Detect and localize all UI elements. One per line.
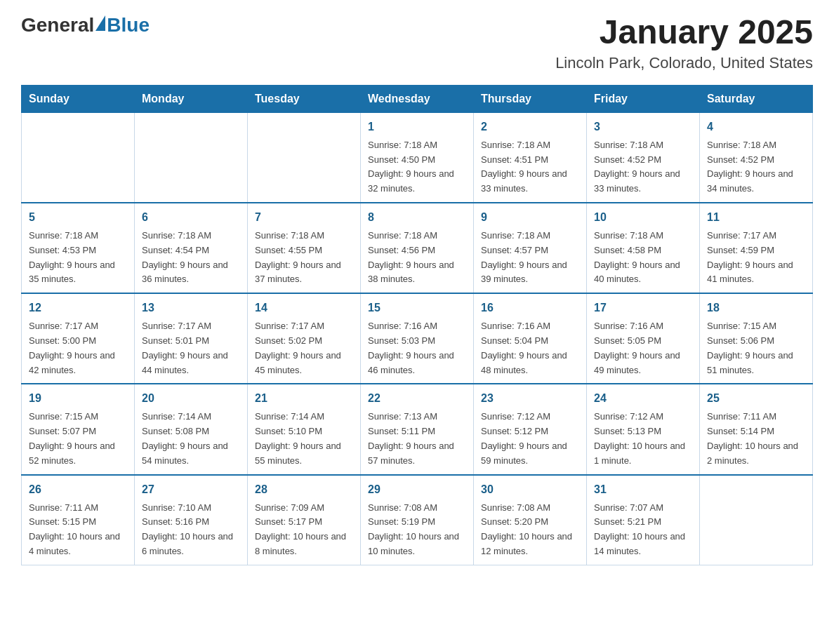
calendar-cell: 30Sunrise: 7:08 AMSunset: 5:20 PMDayligh… — [474, 475, 587, 565]
day-info: Sunrise: 7:11 AMSunset: 5:14 PMDaylight:… — [707, 410, 805, 468]
calendar-cell: 21Sunrise: 7:14 AMSunset: 5:10 PMDayligh… — [248, 384, 361, 474]
day-info: Sunrise: 7:18 AMSunset: 4:51 PMDaylight:… — [481, 138, 579, 196]
calendar-cell: 20Sunrise: 7:14 AMSunset: 5:08 PMDayligh… — [135, 384, 248, 474]
day-info: Sunrise: 7:16 AMSunset: 5:04 PMDaylight:… — [481, 319, 579, 377]
calendar-cell — [248, 112, 361, 203]
day-number: 26 — [29, 481, 127, 498]
calendar-cell: 24Sunrise: 7:12 AMSunset: 5:13 PMDayligh… — [587, 384, 700, 474]
page-subtitle: Lincoln Park, Colorado, United States — [555, 54, 813, 72]
calendar-cell: 14Sunrise: 7:17 AMSunset: 5:02 PMDayligh… — [248, 293, 361, 384]
logo-blue-text: Blue — [107, 14, 150, 36]
day-info: Sunrise: 7:17 AMSunset: 5:02 PMDaylight:… — [255, 319, 353, 377]
calendar-cell: 18Sunrise: 7:15 AMSunset: 5:06 PMDayligh… — [700, 293, 813, 384]
day-number: 29 — [368, 481, 466, 498]
day-info: Sunrise: 7:18 AMSunset: 4:55 PMDaylight:… — [255, 229, 353, 287]
day-number: 15 — [368, 300, 466, 316]
page-title: January 2025 — [555, 14, 813, 51]
day-number: 18 — [707, 300, 805, 316]
calendar-cell: 3Sunrise: 7:18 AMSunset: 4:52 PMDaylight… — [587, 112, 700, 203]
day-info: Sunrise: 7:07 AMSunset: 5:21 PMDaylight:… — [594, 501, 692, 559]
calendar-cell: 4Sunrise: 7:18 AMSunset: 4:52 PMDaylight… — [700, 112, 813, 203]
calendar-cell: 12Sunrise: 7:17 AMSunset: 5:00 PMDayligh… — [22, 293, 135, 384]
day-number: 4 — [707, 119, 805, 135]
day-info: Sunrise: 7:18 AMSunset: 4:53 PMDaylight:… — [29, 229, 127, 287]
day-number: 17 — [594, 300, 692, 316]
calendar-cell: 2Sunrise: 7:18 AMSunset: 4:51 PMDaylight… — [474, 112, 587, 203]
calendar-cell: 25Sunrise: 7:11 AMSunset: 5:14 PMDayligh… — [700, 384, 813, 474]
calendar-cell: 9Sunrise: 7:18 AMSunset: 4:57 PMDaylight… — [474, 203, 587, 293]
day-info: Sunrise: 7:12 AMSunset: 5:12 PMDaylight:… — [481, 410, 579, 468]
calendar-cell: 5Sunrise: 7:18 AMSunset: 4:53 PMDaylight… — [22, 203, 135, 293]
day-info: Sunrise: 7:16 AMSunset: 5:03 PMDaylight:… — [368, 319, 466, 377]
day-info: Sunrise: 7:18 AMSunset: 4:58 PMDaylight:… — [594, 229, 692, 287]
calendar-cell — [22, 112, 135, 203]
calendar-week-5: 26Sunrise: 7:11 AMSunset: 5:15 PMDayligh… — [22, 475, 813, 565]
day-number: 10 — [594, 209, 692, 226]
calendar-cell: 13Sunrise: 7:17 AMSunset: 5:01 PMDayligh… — [135, 293, 248, 384]
calendar-cell: 11Sunrise: 7:17 AMSunset: 4:59 PMDayligh… — [700, 203, 813, 293]
calendar-header-friday: Friday — [587, 85, 700, 112]
day-info: Sunrise: 7:18 AMSunset: 4:52 PMDaylight:… — [707, 138, 805, 196]
calendar-cell: 8Sunrise: 7:18 AMSunset: 4:56 PMDaylight… — [361, 203, 474, 293]
calendar-header-thursday: Thursday — [474, 85, 587, 112]
calendar-cell: 28Sunrise: 7:09 AMSunset: 5:17 PMDayligh… — [248, 475, 361, 565]
calendar-cell: 15Sunrise: 7:16 AMSunset: 5:03 PMDayligh… — [361, 293, 474, 384]
title-block: January 2025 Lincoln Park, Colorado, Uni… — [555, 14, 813, 72]
day-info: Sunrise: 7:18 AMSunset: 4:56 PMDaylight:… — [368, 229, 466, 287]
calendar-cell: 19Sunrise: 7:15 AMSunset: 5:07 PMDayligh… — [22, 384, 135, 474]
calendar-cell: 10Sunrise: 7:18 AMSunset: 4:58 PMDayligh… — [587, 203, 700, 293]
day-info: Sunrise: 7:08 AMSunset: 5:20 PMDaylight:… — [481, 501, 579, 559]
calendar-cell: 7Sunrise: 7:18 AMSunset: 4:55 PMDaylight… — [248, 203, 361, 293]
logo: General Blue — [21, 14, 150, 36]
day-number: 6 — [142, 209, 240, 226]
day-number: 7 — [255, 209, 353, 226]
day-number: 19 — [29, 390, 127, 407]
day-number: 23 — [481, 390, 579, 407]
day-number: 1 — [368, 119, 466, 135]
day-info: Sunrise: 7:12 AMSunset: 5:13 PMDaylight:… — [594, 410, 692, 468]
day-number: 20 — [142, 390, 240, 407]
day-info: Sunrise: 7:09 AMSunset: 5:17 PMDaylight:… — [255, 501, 353, 559]
calendar-table: SundayMondayTuesdayWednesdayThursdayFrid… — [21, 85, 813, 565]
calendar-week-1: 1Sunrise: 7:18 AMSunset: 4:50 PMDaylight… — [22, 112, 813, 203]
calendar-cell — [700, 475, 813, 565]
day-number: 24 — [594, 390, 692, 407]
day-number: 31 — [594, 481, 692, 498]
calendar-cell: 31Sunrise: 7:07 AMSunset: 5:21 PMDayligh… — [587, 475, 700, 565]
calendar-header-saturday: Saturday — [700, 85, 813, 112]
day-info: Sunrise: 7:15 AMSunset: 5:06 PMDaylight:… — [707, 319, 805, 377]
day-info: Sunrise: 7:16 AMSunset: 5:05 PMDaylight:… — [594, 319, 692, 377]
day-info: Sunrise: 7:18 AMSunset: 4:50 PMDaylight:… — [368, 138, 466, 196]
day-info: Sunrise: 7:18 AMSunset: 4:57 PMDaylight:… — [481, 229, 579, 287]
day-number: 9 — [481, 209, 579, 226]
calendar-week-3: 12Sunrise: 7:17 AMSunset: 5:00 PMDayligh… — [22, 293, 813, 384]
day-number: 16 — [481, 300, 579, 316]
calendar-week-2: 5Sunrise: 7:18 AMSunset: 4:53 PMDaylight… — [22, 203, 813, 293]
calendar-week-4: 19Sunrise: 7:15 AMSunset: 5:07 PMDayligh… — [22, 384, 813, 474]
calendar-cell: 23Sunrise: 7:12 AMSunset: 5:12 PMDayligh… — [474, 384, 587, 474]
day-number: 12 — [29, 300, 127, 316]
day-info: Sunrise: 7:14 AMSunset: 5:10 PMDaylight:… — [255, 410, 353, 468]
day-info: Sunrise: 7:17 AMSunset: 5:00 PMDaylight:… — [29, 319, 127, 377]
calendar-header-tuesday: Tuesday — [248, 85, 361, 112]
calendar-cell: 1Sunrise: 7:18 AMSunset: 4:50 PMDaylight… — [361, 112, 474, 203]
day-info: Sunrise: 7:14 AMSunset: 5:08 PMDaylight:… — [142, 410, 240, 468]
calendar-cell: 16Sunrise: 7:16 AMSunset: 5:04 PMDayligh… — [474, 293, 587, 384]
day-info: Sunrise: 7:11 AMSunset: 5:15 PMDaylight:… — [29, 501, 127, 559]
logo-triangle-icon — [95, 15, 105, 31]
day-info: Sunrise: 7:15 AMSunset: 5:07 PMDaylight:… — [29, 410, 127, 468]
day-number: 11 — [707, 209, 805, 226]
day-number: 8 — [368, 209, 466, 226]
day-number: 5 — [29, 209, 127, 226]
calendar-header-monday: Monday — [135, 85, 248, 112]
day-number: 14 — [255, 300, 353, 316]
day-number: 27 — [142, 481, 240, 498]
calendar-header-row: SundayMondayTuesdayWednesdayThursdayFrid… — [22, 85, 813, 112]
day-info: Sunrise: 7:17 AMSunset: 4:59 PMDaylight:… — [707, 229, 805, 287]
calendar-header-wednesday: Wednesday — [361, 85, 474, 112]
calendar-cell: 27Sunrise: 7:10 AMSunset: 5:16 PMDayligh… — [135, 475, 248, 565]
day-info: Sunrise: 7:18 AMSunset: 4:52 PMDaylight:… — [594, 138, 692, 196]
day-info: Sunrise: 7:18 AMSunset: 4:54 PMDaylight:… — [142, 229, 240, 287]
day-number: 13 — [142, 300, 240, 316]
day-info: Sunrise: 7:08 AMSunset: 5:19 PMDaylight:… — [368, 501, 466, 559]
